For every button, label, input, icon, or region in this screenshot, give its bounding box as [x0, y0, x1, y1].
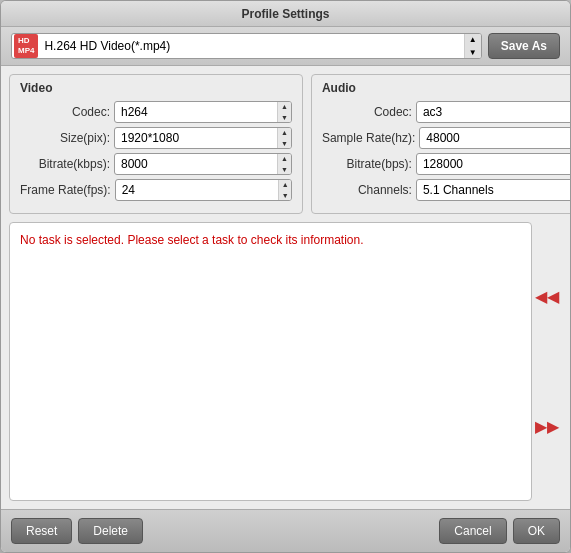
bitrate-label: Bitrate(kbps):	[20, 157, 110, 171]
audio-codec-input[interactable]	[417, 105, 571, 119]
framerate-spin-up[interactable]: ▲	[279, 179, 292, 190]
profile-spin-up[interactable]: ▲	[465, 33, 481, 46]
title-bar: Profile Settings	[1, 1, 570, 27]
rewind-button[interactable]: ◀◀	[531, 282, 563, 311]
ok-button[interactable]: OK	[513, 518, 560, 544]
content-area: Video Codec: ▲ ▼ Size(pix): ▲ ▼	[1, 66, 570, 222]
profile-select-container: HD MP4 ▲ ▼	[11, 33, 482, 59]
channels-control: ▲ ▼	[416, 179, 571, 201]
bottom-bar: Reset Delete Cancel OK	[1, 509, 570, 552]
framerate-input[interactable]	[116, 183, 278, 197]
profile-spin-down[interactable]: ▼	[465, 46, 481, 59]
audio-codec-label: Codec:	[322, 105, 412, 119]
framerate-spin-down[interactable]: ▼	[279, 190, 292, 201]
codec-control: ▲ ▼	[114, 101, 292, 123]
framerate-label: Frame Rate(fps):	[20, 183, 111, 197]
video-panel-title: Video	[20, 81, 292, 95]
codec-row: Codec: ▲ ▼	[20, 101, 292, 123]
forward-icon: ▶▶	[535, 417, 559, 436]
side-nav: ◀◀ ▶▶	[532, 222, 562, 501]
channels-row: Channels: ▲ ▼	[322, 179, 571, 201]
audio-bitrate-control: ▲ ▼	[416, 153, 571, 175]
window-title: Profile Settings	[241, 7, 329, 21]
size-spin-down[interactable]: ▼	[278, 138, 291, 149]
profile-settings-window: Profile Settings HD MP4 ▲ ▼ Save As Vide…	[0, 0, 571, 553]
bitrate-row: Bitrate(kbps): ▲ ▼	[20, 153, 292, 175]
cancel-button[interactable]: Cancel	[439, 518, 506, 544]
codec-spinner: ▲ ▼	[277, 101, 291, 123]
rewind-icon: ◀◀	[535, 287, 559, 306]
size-spinner: ▲ ▼	[277, 127, 291, 149]
samplerate-label: Sample Rate(hz):	[322, 131, 415, 145]
bitrate-spin-up[interactable]: ▲	[278, 153, 291, 164]
audio-bitrate-label: Bitrate(bps):	[322, 157, 412, 171]
samplerate-control: ▲ ▼	[419, 127, 571, 149]
info-box: No task is selected. Please select a tas…	[9, 222, 532, 501]
bitrate-spinner: ▲ ▼	[277, 153, 291, 175]
framerate-spinner: ▲ ▼	[278, 179, 292, 201]
size-input[interactable]	[115, 131, 277, 145]
codec-input[interactable]	[115, 105, 277, 119]
size-spin-up[interactable]: ▲	[278, 127, 291, 138]
bitrate-control: ▲ ▼	[114, 153, 292, 175]
codec-label: Codec:	[20, 105, 110, 119]
audio-bitrate-row: Bitrate(bps): ▲ ▼	[322, 153, 571, 175]
video-panel: Video Codec: ▲ ▼ Size(pix): ▲ ▼	[9, 74, 303, 214]
info-message: No task is selected. Please select a tas…	[20, 233, 364, 247]
codec-spin-up[interactable]: ▲	[278, 101, 291, 112]
audio-codec-row: Codec: ▲ ▼	[322, 101, 571, 123]
framerate-row: Frame Rate(fps): ▲ ▼	[20, 179, 292, 201]
samplerate-input[interactable]	[420, 131, 571, 145]
delete-button[interactable]: Delete	[78, 518, 143, 544]
middle-section: No task is selected. Please select a tas…	[9, 222, 562, 501]
forward-button[interactable]: ▶▶	[531, 412, 563, 441]
size-label: Size(pix):	[20, 131, 110, 145]
size-control: ▲ ▼	[114, 127, 292, 149]
profile-input[interactable]	[40, 39, 463, 53]
samplerate-row: Sample Rate(hz): ▲ ▼	[322, 127, 571, 149]
size-row: Size(pix): ▲ ▼	[20, 127, 292, 149]
channels-label: Channels:	[322, 183, 412, 197]
reset-button[interactable]: Reset	[11, 518, 72, 544]
bitrate-spin-down[interactable]: ▼	[278, 164, 291, 175]
profile-spinner: ▲ ▼	[464, 33, 481, 59]
channels-input[interactable]	[417, 183, 571, 197]
audio-codec-control: ▲ ▼	[416, 101, 571, 123]
framerate-control: ▲ ▼	[115, 179, 292, 201]
save-as-button[interactable]: Save As	[488, 33, 560, 59]
audio-bitrate-input[interactable]	[417, 157, 571, 171]
codec-spin-down[interactable]: ▼	[278, 112, 291, 123]
audio-panel-title: Audio	[322, 81, 571, 95]
audio-panel: Audio Codec: ▲ ▼ Sample Rate(hz): ▲	[311, 74, 571, 214]
profile-icon: HD MP4	[14, 34, 38, 57]
toolbar: HD MP4 ▲ ▼ Save As	[1, 27, 570, 66]
bitrate-input[interactable]	[115, 157, 277, 171]
